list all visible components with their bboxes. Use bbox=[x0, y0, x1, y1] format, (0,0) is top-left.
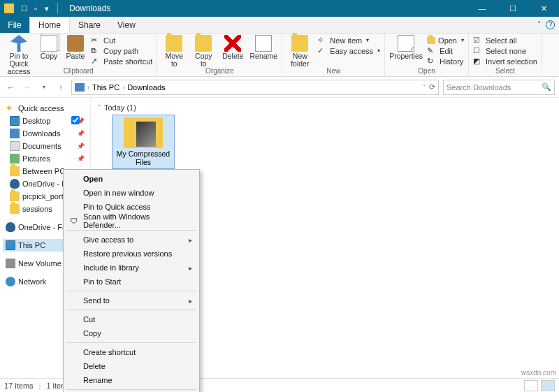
group-today[interactable]: ˅ Today (1) bbox=[98, 103, 552, 112]
separator bbox=[66, 230, 196, 231]
ctx-create-shortcut[interactable]: Create shortcut bbox=[65, 345, 198, 359]
paste-shortcut-icon: ↗ bbox=[91, 57, 101, 66]
chevron-down-icon: ▾ bbox=[366, 37, 369, 43]
maximize-button[interactable]: ☐ bbox=[498, 0, 528, 17]
addr-dropdown-icon[interactable]: ˅ bbox=[423, 84, 426, 91]
address-bar[interactable]: › This PC › Downloads ˅ ⟳ bbox=[71, 80, 439, 95]
ctx-label: Scan with Windows Defender... bbox=[83, 212, 185, 229]
copy-button[interactable]: Copy bbox=[38, 35, 60, 60]
new-folder-button[interactable]: New folder bbox=[286, 35, 313, 68]
nav-label: Quick access bbox=[18, 104, 64, 112]
ctx-scan-defender[interactable]: 🛡Scan with Windows Defender... bbox=[65, 214, 198, 228]
qat-dropdown-icon[interactable]: ▾ bbox=[42, 3, 52, 13]
help-icon[interactable]: ? bbox=[546, 20, 555, 29]
select-none-label: Select none bbox=[486, 47, 526, 55]
tab-share[interactable]: Share bbox=[70, 17, 109, 33]
up-button[interactable]: ↑ bbox=[55, 81, 67, 94]
nav-documents[interactable]: Documents📌 bbox=[3, 140, 90, 152]
nav-label: Network bbox=[18, 277, 46, 286]
ctx-pin-quick-access[interactable]: Pin to Quick access bbox=[65, 200, 198, 214]
delete-button[interactable]: Delete bbox=[220, 35, 245, 60]
back-button[interactable]: ← bbox=[4, 81, 17, 94]
new-folder-icon bbox=[291, 35, 308, 52]
shield-icon: 🛡 bbox=[68, 215, 79, 226]
cut-icon: ✂ bbox=[91, 36, 101, 45]
tiles-view-button[interactable] bbox=[541, 380, 555, 391]
group-today-label: Today (1) bbox=[104, 103, 136, 112]
nav-quick-access[interactable]: ★Quick access bbox=[3, 102, 90, 115]
address-row: ← → ▾ ↑ › This PC › Downloads ˅ ⟳ Search… bbox=[0, 77, 559, 98]
select-none-button[interactable]: ☐Select none bbox=[473, 45, 537, 56]
context-menu: Open Open in new window Pin to Quick acc… bbox=[63, 169, 200, 392]
paste-button[interactable]: Paste bbox=[64, 35, 87, 60]
nav-label: Pictures bbox=[22, 154, 50, 163]
move-to-button[interactable]: Move to bbox=[161, 35, 187, 68]
paste-shortcut-button[interactable]: ↗Paste shortcut bbox=[91, 57, 152, 67]
edit-button[interactable]: ✎Edit bbox=[427, 45, 464, 56]
tab-view[interactable]: View bbox=[109, 17, 144, 33]
ctx-pin-start[interactable]: Pin to Start bbox=[65, 275, 198, 289]
recent-locations-button[interactable]: ▾ bbox=[38, 81, 50, 94]
folder-name-label: My Compressed Files bbox=[117, 150, 170, 166]
ctx-include-library[interactable]: Include in library▸ bbox=[65, 261, 198, 275]
chevron-right-icon: ▸ bbox=[189, 264, 192, 272]
ctx-restore-versions[interactable]: Restore previous versions bbox=[65, 247, 198, 261]
select-stack: ☑Select all ☐Select none ◩Invert selecti… bbox=[473, 35, 537, 67]
nav-downloads[interactable]: Downloads📌 bbox=[3, 127, 90, 140]
history-button[interactable]: ↻History bbox=[427, 57, 464, 67]
ribbon-select-group: ☑Select all ☐Select none ◩Invert selecti… bbox=[469, 34, 542, 76]
breadcrumb[interactable]: This PC bbox=[92, 83, 119, 92]
copy-label: Copy bbox=[41, 52, 58, 60]
ctx-open[interactable]: Open bbox=[65, 172, 198, 186]
downloads-icon bbox=[75, 83, 85, 92]
qat-properties-icon[interactable]: ☐ bbox=[20, 3, 29, 13]
chevron-down-icon: ▾ bbox=[461, 37, 464, 43]
nav-pictures[interactable]: Pictures📌 bbox=[3, 152, 90, 165]
folder-my-compressed-files[interactable]: My Compressed Files bbox=[112, 115, 175, 169]
delete-label: Delete bbox=[222, 52, 243, 60]
details-view-button[interactable] bbox=[524, 380, 538, 391]
minimize-button[interactable]: — bbox=[467, 0, 498, 17]
group-older[interactable]: › go (14) bbox=[148, 246, 552, 254]
ctx-give-access[interactable]: Give access to▸ bbox=[65, 233, 198, 247]
titlebar-left: ☐ ▫ ▾ Downloads bbox=[0, 3, 110, 14]
open-button[interactable]: Open▾ bbox=[427, 35, 464, 45]
easy-access-button[interactable]: ✓Easy access▾ bbox=[317, 45, 380, 56]
copy-to-label: Copy to bbox=[195, 52, 212, 68]
move-to-label: Move to bbox=[165, 52, 183, 68]
search-input[interactable]: Search Downloads 🔍 bbox=[443, 80, 555, 95]
refresh-icon[interactable]: ⟳ bbox=[429, 82, 435, 92]
cut-button[interactable]: ✂Cut bbox=[91, 35, 152, 45]
file-menu[interactable]: File bbox=[0, 17, 29, 33]
ctx-copy[interactable]: Copy bbox=[65, 326, 198, 340]
ctx-rename[interactable]: Rename bbox=[65, 373, 198, 387]
network-icon bbox=[6, 277, 15, 286]
chevron-down-icon: ˅ bbox=[98, 104, 101, 111]
nav-label: sessions bbox=[22, 205, 52, 213]
ctx-label: Cut bbox=[83, 315, 95, 324]
ctx-label: Send to bbox=[83, 296, 110, 305]
select-all-button[interactable]: ☑Select all bbox=[473, 35, 537, 45]
close-button[interactable]: ✕ bbox=[528, 0, 559, 17]
ribbon-collapse-icon[interactable]: ˄ bbox=[537, 20, 542, 29]
copy-to-button[interactable]: Copy to bbox=[191, 35, 216, 68]
copy-path-button[interactable]: ⧉Copy path bbox=[91, 45, 152, 56]
tab-home[interactable]: Home bbox=[29, 17, 70, 33]
breadcrumb[interactable]: Downloads bbox=[127, 83, 165, 92]
forward-button[interactable]: → bbox=[21, 81, 34, 94]
select-none-icon: ☐ bbox=[473, 46, 483, 56]
ctx-delete[interactable]: Delete bbox=[65, 359, 198, 373]
rename-button[interactable]: Rename bbox=[249, 35, 277, 60]
delete-icon bbox=[224, 35, 241, 52]
rename-icon bbox=[255, 35, 272, 52]
ctx-label: Create shortcut bbox=[83, 348, 136, 356]
invert-selection-button[interactable]: ◩Invert selection bbox=[473, 57, 537, 67]
ctx-open-new-window[interactable]: Open in new window bbox=[65, 186, 198, 200]
qat-newfolder-icon[interactable]: ▫ bbox=[31, 3, 41, 13]
properties-button[interactable]: Properties bbox=[389, 35, 423, 60]
properties-icon bbox=[398, 35, 414, 52]
ctx-cut[interactable]: Cut bbox=[65, 312, 198, 326]
item-checkbox[interactable] bbox=[71, 116, 80, 124]
ctx-send-to[interactable]: Send to▸ bbox=[65, 293, 198, 307]
new-item-button[interactable]: ✧New item▾ bbox=[317, 35, 380, 45]
